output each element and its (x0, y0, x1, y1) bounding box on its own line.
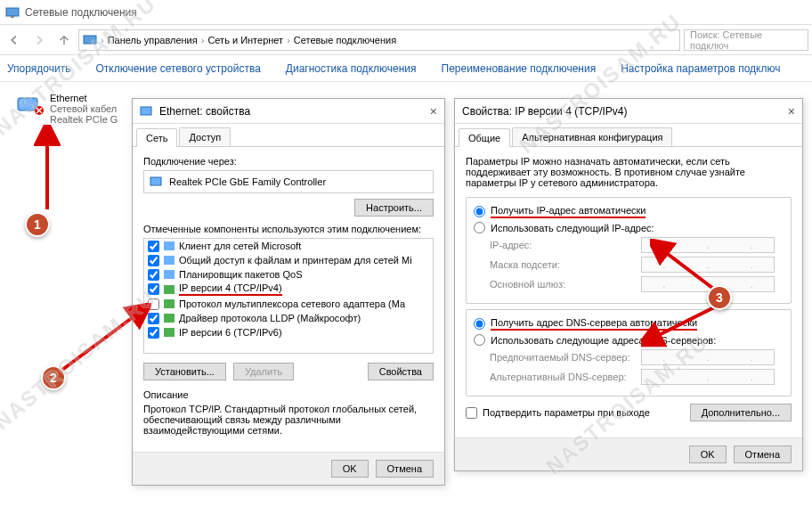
breadcrumb-item[interactable]: Панель управления (108, 35, 198, 45)
nic-icon (150, 175, 164, 189)
tab-access[interactable]: Доступ (179, 127, 231, 146)
component-icon (163, 326, 175, 339)
ethernet-properties-dialog: Ethernet: свойства × Сеть Доступ Подключ… (132, 98, 445, 486)
list-item[interactable]: Драйвер протокола LLDP (Майкрософт) (144, 311, 433, 325)
toolbar-organize[interactable]: Упорядочить (7, 62, 70, 75)
toolbar-diagnose[interactable]: Диагностика подключения (286, 62, 417, 75)
cancel-button[interactable]: Отмена (734, 446, 792, 463)
dns2-label: Альтернативный DNS-сервер: (490, 372, 641, 382)
confirm-checkbox[interactable] (466, 407, 477, 419)
ip-group: Получить IP-адрес автоматически Использо… (466, 197, 792, 304)
configure-button[interactable]: Настроить... (354, 199, 434, 217)
up-button[interactable] (53, 29, 75, 51)
network-icon (83, 33, 97, 47)
marker-2: 2 (41, 365, 66, 390)
component-checkbox[interactable] (148, 241, 159, 252)
toolbar-disable[interactable]: Отключение сетевого устройства (95, 62, 260, 75)
list-item[interactable]: Общий доступ к файлам и принтерам для се… (144, 253, 433, 267)
nic-name: Realtek PCIe GbE Family Controller (169, 176, 326, 187)
tab-strip: Сеть Доступ (133, 124, 444, 147)
marker-1: 1 (25, 212, 50, 237)
ok-button[interactable]: OK (689, 446, 727, 463)
radio-label: Использовать следующий IP-адрес: (491, 223, 654, 233)
component-label: Планировщик пакетов QoS (179, 269, 303, 280)
cancel-button[interactable]: Отмена (376, 460, 434, 478)
components-label: Отмеченные компоненты используются этим … (143, 224, 434, 234)
svg-rect-12 (164, 314, 175, 323)
components-list[interactable]: Клиент для сетей Microsoft Общий доступ … (143, 238, 434, 354)
gateway-label: Основной шлюз: (490, 279, 641, 290)
dialog-title: Ethernet: свойства (159, 105, 250, 118)
dns1-input[interactable]: ... (641, 349, 775, 365)
radio-dns-auto[interactable] (474, 318, 485, 330)
chevron-icon: › (287, 35, 290, 45)
adapter-item[interactable]: Ethernet Сетевой кабел Realtek PCIe G (16, 93, 123, 125)
component-label: IP версии 4 (TCP/IPv4) (179, 282, 282, 296)
ipv4-paragraph: Параметры IP можно назначать автоматичес… (466, 156, 792, 188)
component-checkbox[interactable] (148, 269, 159, 281)
radio-dns-manual[interactable] (474, 334, 485, 346)
ip-label: IP-адрес: (490, 240, 641, 250)
back-button[interactable] (4, 29, 25, 51)
component-icon (163, 298, 175, 310)
properties-button[interactable]: Свойства (368, 363, 434, 380)
svg-rect-5 (141, 107, 151, 115)
ipv4-properties-dialog: Свойства: IP версии 4 (TCP/IPv4) × Общие… (454, 98, 803, 471)
toolbar-settings[interactable]: Настройка параметров подключ (621, 62, 780, 75)
search-input[interactable]: Поиск: Сетевые подключ (684, 29, 808, 51)
list-item[interactable]: Планировщик пакетов QoS (144, 267, 433, 282)
network-icon (5, 5, 20, 20)
tab-strip: Общие Альтернативная конфигурация (455, 124, 802, 147)
svg-rect-0 (6, 8, 19, 16)
forward-button[interactable] (28, 29, 50, 51)
svg-rect-8 (164, 256, 175, 265)
close-icon[interactable]: × (430, 104, 437, 119)
list-item[interactable]: IP версии 4 (TCP/IPv4) (144, 282, 433, 297)
chevron-icon: › (201, 35, 205, 45)
breadcrumb-item[interactable]: Сеть и Интернет (207, 35, 283, 45)
close-icon[interactable]: × (788, 104, 795, 119)
install-button[interactable]: Установить... (143, 363, 226, 380)
component-icon (163, 240, 175, 252)
adapter-icon (16, 93, 45, 118)
arrow-1 (34, 125, 61, 214)
remove-button[interactable]: Удалить (233, 363, 294, 380)
component-label: Общий доступ к файлам и принтерам для се… (179, 255, 412, 266)
radio-ip-manual[interactable] (474, 222, 485, 233)
tab-general[interactable]: Общие (459, 128, 510, 147)
radio-ip-auto[interactable] (474, 206, 485, 217)
component-label: IP версии 6 (TCP/IPv6) (179, 327, 282, 338)
list-item[interactable]: IP версии 6 (TCP/IPv6) (144, 325, 433, 339)
svg-rect-10 (164, 285, 175, 294)
dialog-title: Свойства: IP версии 4 (TCP/IPv4) (462, 105, 628, 118)
list-item[interactable]: Протокол мультиплексора сетевого адаптер… (144, 297, 433, 311)
svg-rect-1 (11, 16, 14, 18)
dns-group: Получить адрес DNS-сервера автоматически… (466, 309, 792, 396)
tab-alternate[interactable]: Альтернативная конфигурация (512, 127, 672, 146)
dns2-input[interactable]: ... (641, 369, 775, 385)
nav-row: › Панель управления › Сеть и Интернет › … (0, 25, 812, 55)
component-checkbox[interactable] (148, 255, 159, 266)
dns1-label: Предпочитаемый DNS-сервер: (490, 352, 641, 363)
arrow-3b (641, 303, 721, 347)
window-titlebar: Сетевые подключения (0, 0, 812, 25)
component-icon (163, 268, 175, 281)
component-label: Драйвер протокола LLDP (Майкрософт) (179, 313, 361, 323)
dialog-titlebar[interactable]: Свойства: IP версии 4 (TCP/IPv4) × (455, 99, 802, 124)
component-checkbox[interactable] (148, 283, 159, 295)
ok-button[interactable]: OK (331, 460, 369, 478)
list-item[interactable]: Клиент для сетей Microsoft (144, 239, 433, 253)
arrow-3a (650, 239, 721, 292)
connect-via-label: Подключение через: (143, 156, 434, 167)
mask-label: Маска подсети: (490, 259, 641, 270)
adapter-icon (140, 104, 154, 119)
toolbar: Упорядочить Отключение сетевого устройст… (0, 55, 812, 82)
nic-box: Realtek PCIe GbE Family Controller (143, 170, 434, 193)
breadcrumb[interactable]: › Панель управления › Сеть и Интернет › … (78, 29, 680, 51)
breadcrumb-item[interactable]: Сетевые подключения (294, 35, 396, 45)
toolbar-rename[interactable]: Переименование подключения (442, 62, 597, 75)
advanced-button[interactable]: Дополнительно... (690, 404, 792, 421)
tab-network[interactable]: Сеть (136, 128, 177, 147)
dialog-titlebar[interactable]: Ethernet: свойства × (133, 99, 444, 124)
window-title: Сетевые подключения (25, 6, 137, 19)
